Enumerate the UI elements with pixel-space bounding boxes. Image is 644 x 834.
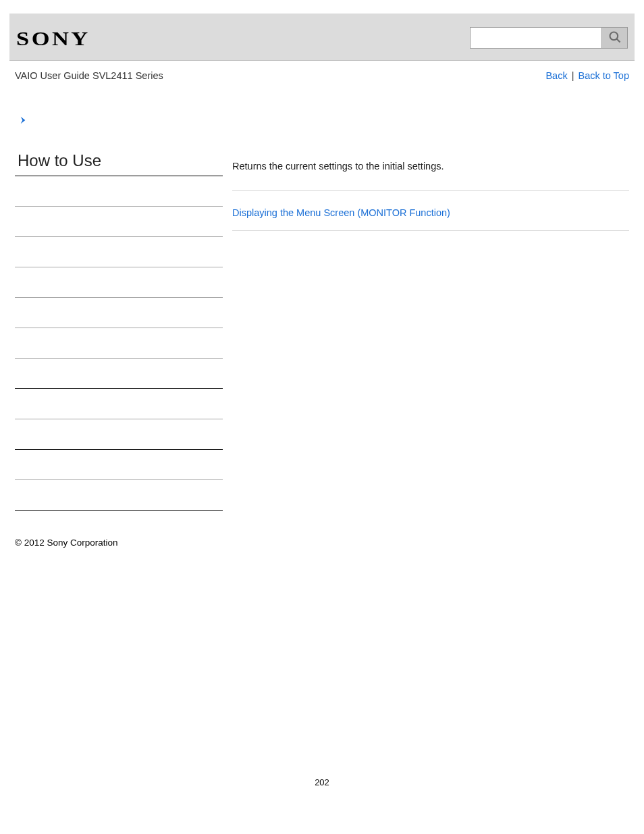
svg-point-0: [610, 32, 618, 40]
sidebar-item[interactable]: [15, 450, 223, 480]
subheader: VAIO User Guide SVL2411 Series Back | Ba…: [15, 70, 629, 81]
sidebar-item[interactable]: [15, 359, 223, 389]
related-topic-link[interactable]: Displaying the Menu Screen (MONITOR Func…: [232, 191, 629, 231]
content-description: Returns the current settings to the init…: [232, 151, 629, 191]
sidebar-item[interactable]: [15, 267, 223, 298]
sidebar-list: [15, 176, 223, 511]
sidebar-item[interactable]: [15, 389, 223, 419]
sidebar-item[interactable]: [15, 328, 223, 359]
search-icon: [608, 30, 622, 46]
sidebar: How to Use: [15, 151, 223, 511]
chevron-right-icon: [19, 115, 644, 128]
copyright-text: © 2012 Sony Corporation: [15, 538, 644, 548]
sidebar-item[interactable]: [15, 298, 223, 328]
search-button[interactable]: [602, 27, 628, 49]
search-container: [470, 27, 628, 49]
sidebar-title: How to Use: [15, 151, 223, 176]
sidebar-item[interactable]: [15, 237, 223, 267]
sidebar-item[interactable]: [15, 480, 223, 511]
top-nav-links: Back | Back to Top: [545, 70, 629, 81]
body-wrap: How to Use Returns the current settings …: [15, 151, 629, 511]
sidebar-item[interactable]: [15, 207, 223, 237]
search-input[interactable]: [470, 27, 602, 49]
link-separator: |: [570, 70, 576, 81]
page-number: 202: [0, 777, 644, 808]
breadcrumb: VAIO User Guide SVL2411 Series: [15, 70, 163, 81]
sidebar-item[interactable]: [15, 419, 223, 450]
svg-line-1: [616, 38, 620, 42]
sidebar-item[interactable]: [15, 176, 223, 207]
main-content: Returns the current settings to the init…: [232, 151, 629, 231]
back-to-top-link[interactable]: Back to Top: [578, 70, 629, 81]
back-link[interactable]: Back: [545, 70, 567, 81]
header-bar: SONY: [9, 14, 635, 61]
sony-logo: SONY: [16, 27, 90, 50]
